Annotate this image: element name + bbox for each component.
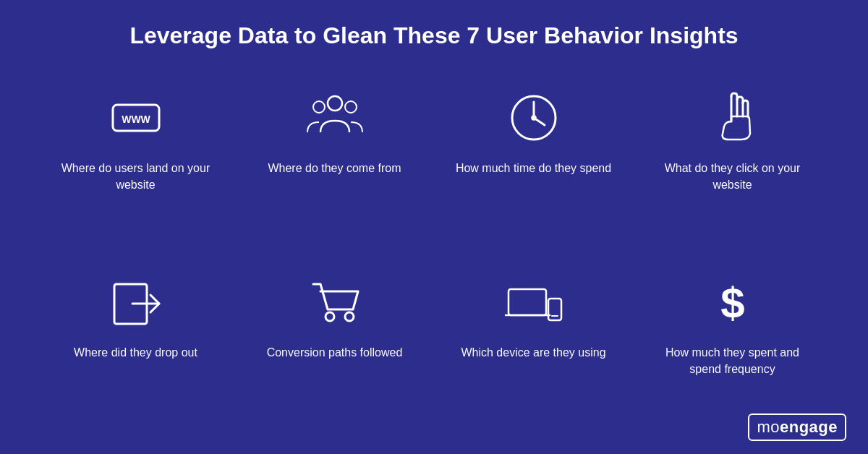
svg-point-8: [532, 116, 535, 120]
svg-point-3: [313, 101, 325, 113]
card-3-label: How much time do they spend: [456, 160, 611, 176]
svg-point-4: [345, 101, 357, 113]
devices-icon: [501, 270, 566, 335]
people-group-icon: [302, 85, 367, 150]
page-wrapper: Leverage Data to Glean These 7 User Beha…: [0, 0, 868, 454]
card-where-from: Where do they come from: [242, 78, 427, 255]
svg-text:WWW: WWW: [122, 113, 150, 125]
card-where-land: WWW Where do users land on your website: [43, 78, 228, 255]
card-1-label: Where do users land on your website: [54, 160, 217, 193]
svg-rect-15: [548, 299, 561, 320]
logo-text: moengage: [757, 418, 838, 436]
logo: moengage: [748, 414, 846, 441]
card-5-label: Where did they drop out: [74, 345, 197, 361]
card-2-label: Where do they come from: [268, 160, 401, 176]
exit-door-icon: [103, 270, 169, 335]
pointer-hand-icon: [700, 85, 765, 150]
page-title: Leverage Data to Glean These 7 User Beha…: [129, 22, 738, 49]
svg-text:$: $: [720, 279, 744, 327]
logo-area: moengage: [748, 414, 846, 441]
svg-point-11: [326, 312, 334, 321]
card-6-label: Conversion paths followed: [267, 345, 403, 361]
svg-rect-13: [509, 289, 546, 315]
card-7-label: Which device are they using: [461, 345, 605, 361]
card-drop-out: Where did they drop out: [43, 262, 228, 440]
dollar-sign-icon: $: [700, 270, 765, 335]
svg-point-2: [328, 96, 342, 111]
card-8-label: How much they spent and spend frequency: [651, 345, 814, 377]
logo-mo: mo: [757, 418, 780, 436]
card-what-click: What do they click on your website: [640, 78, 825, 255]
clock-icon: [501, 85, 566, 150]
card-conversion-paths: Conversion paths followed: [242, 262, 427, 440]
www-browser-icon: WWW: [103, 85, 169, 150]
card-time-spend: How much time do they spend: [441, 78, 626, 255]
insights-grid: WWW Where do users land on your website: [43, 78, 825, 440]
card-device: Which device are they using: [441, 262, 626, 440]
shopping-cart-icon: [302, 270, 367, 335]
card-4-label: What do they click on your website: [651, 160, 814, 193]
logo-engage: engage: [780, 418, 838, 436]
svg-point-12: [345, 312, 354, 321]
